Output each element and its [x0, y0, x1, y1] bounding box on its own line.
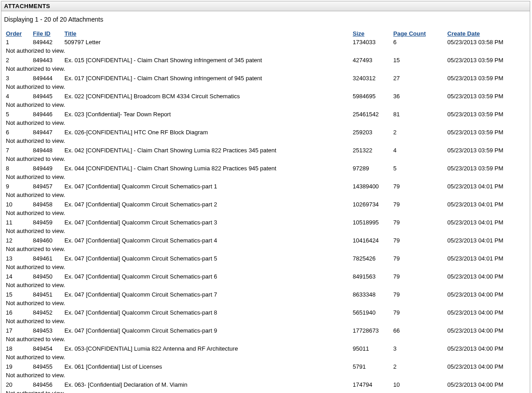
- not-authorized-row: Not authorized to view.: [4, 335, 527, 344]
- cell-date: 05/23/2013 03:59 PM: [446, 92, 527, 101]
- cell-pages: 15: [391, 56, 446, 64]
- cell-order: 3: [4, 74, 31, 82]
- sort-order-link[interactable]: Order: [6, 30, 22, 37]
- not-authorized-text: Not authorized to view.: [4, 64, 527, 74]
- cell-pages: 36: [391, 92, 446, 101]
- cell-size: 174794: [351, 380, 391, 389]
- table-row: 18849454Ex. 053-[CONFIDENTIAL] Lumia 822…: [4, 344, 527, 353]
- cell-date: 05/23/2013 04:00 PM: [446, 344, 527, 353]
- cell-title: 509797 Letter: [63, 38, 351, 46]
- cell-date: 05/23/2013 04:01 PM: [446, 200, 527, 209]
- cell-order: 15: [4, 290, 31, 299]
- not-authorized-row: Not authorized to view.: [4, 281, 527, 290]
- cell-fileid: 849442: [31, 38, 63, 46]
- cell-fileid: 849457: [31, 182, 63, 191]
- sort-createdate-link[interactable]: Create Date: [447, 30, 480, 37]
- cell-title: Ex. 047 [Confidential] Qualcomm Circuit …: [63, 236, 351, 245]
- cell-title: Ex. 015 [CONFIDENTIAL] - Claim Chart Sho…: [63, 56, 351, 64]
- not-authorized-text: Not authorized to view.: [4, 191, 527, 200]
- cell-size: 5984695: [351, 92, 391, 101]
- table-row: 13849461Ex. 047 [Confidential] Qualcomm …: [4, 254, 527, 263]
- sort-size-link[interactable]: Size: [353, 30, 364, 37]
- cell-size: 10416424: [351, 236, 391, 245]
- cell-order: 14: [4, 272, 31, 281]
- cell-size: 427493: [351, 56, 391, 64]
- cell-order: 10: [4, 200, 31, 209]
- sort-pagecount-link[interactable]: Page Count: [393, 30, 426, 37]
- cell-title: Ex. 063- [Confidential] Declaration of M…: [63, 380, 351, 389]
- cell-title: Ex. 047 [Confidential] Qualcomm Circuit …: [63, 326, 351, 335]
- cell-fileid: 849458: [31, 200, 63, 209]
- not-authorized-text: Not authorized to view.: [4, 353, 527, 362]
- cell-pages: 79: [391, 290, 446, 299]
- not-authorized-row: Not authorized to view.: [4, 155, 527, 164]
- cell-fileid: 849449: [31, 164, 63, 173]
- cell-order: 13: [4, 254, 31, 263]
- table-row: 7849448Ex. 042 [CONFIDENTIAL] - Claim Ch…: [4, 146, 527, 155]
- not-authorized-row: Not authorized to view.: [4, 317, 527, 326]
- cell-order: 4: [4, 92, 31, 101]
- cell-date: 05/23/2013 03:59 PM: [446, 164, 527, 173]
- cell-pages: 79: [391, 218, 446, 227]
- table-header-row: Order File ID Title Size Page Count Crea…: [4, 29, 527, 38]
- not-authorized-text: Not authorized to view.: [4, 46, 527, 56]
- cell-size: 259203: [351, 128, 391, 137]
- not-authorized-text: Not authorized to view.: [4, 209, 527, 218]
- cell-size: 10269734: [351, 200, 391, 209]
- cell-size: 95011: [351, 344, 391, 353]
- cell-fileid: 849445: [31, 92, 63, 101]
- cell-pages: 10: [391, 380, 446, 389]
- cell-pages: 79: [391, 236, 446, 245]
- cell-fileid: 849453: [31, 326, 63, 335]
- cell-fileid: 849460: [31, 236, 63, 245]
- table-row: 16849452Ex. 047 [Confidential] Qualcomm …: [4, 308, 527, 317]
- cell-pages: 3: [391, 344, 446, 353]
- not-authorized-text: Not authorized to view.: [4, 335, 527, 344]
- cell-title: Ex. 044 [CONFIDENTIAL] - Claim Chart Sho…: [63, 164, 351, 173]
- cell-date: 05/23/2013 04:00 PM: [446, 308, 527, 317]
- not-authorized-text: Not authorized to view.: [4, 137, 527, 146]
- cell-fileid: 849446: [31, 110, 63, 119]
- not-authorized-text: Not authorized to view.: [4, 245, 527, 254]
- cell-date: 05/23/2013 03:59 PM: [446, 110, 527, 119]
- not-authorized-text: Not authorized to view.: [4, 173, 527, 182]
- cell-title: Ex. 061 [Confidential] List of Licenses: [63, 362, 351, 371]
- not-authorized-row: Not authorized to view.: [4, 191, 527, 200]
- table-row: 3849444Ex. 017 [CONFIDENTIAL] - Claim Ch…: [4, 74, 527, 82]
- not-authorized-row: Not authorized to view.: [4, 137, 527, 146]
- cell-pages: 66: [391, 326, 446, 335]
- not-authorized-text: Not authorized to view.: [4, 389, 527, 393]
- cell-title: Ex. 022 [CONFIDENTIAL] Broadcom BCM 4334…: [63, 92, 351, 101]
- cell-size: 8633348: [351, 290, 391, 299]
- cell-size: 1734033: [351, 38, 391, 46]
- cell-title: Ex. 047 [Confidential] Qualcomm Circuit …: [63, 308, 351, 317]
- cell-order: 7: [4, 146, 31, 155]
- sort-fileid-link[interactable]: File ID: [33, 30, 50, 37]
- cell-pages: 81: [391, 110, 446, 119]
- cell-order: 5: [4, 110, 31, 119]
- not-authorized-row: Not authorized to view.: [4, 389, 527, 393]
- sort-title-link[interactable]: Title: [64, 30, 77, 37]
- cell-order: 16: [4, 308, 31, 317]
- cell-title: Ex. 026-[CONFIDENTIAL] HTC One RF Block …: [63, 128, 351, 137]
- cell-pages: 79: [391, 272, 446, 281]
- cell-fileid: 849455: [31, 362, 63, 371]
- cell-title: Ex. 047 [Confidential] Qualcomm Circuit …: [63, 200, 351, 209]
- cell-pages: 4: [391, 146, 446, 155]
- not-authorized-text: Not authorized to view.: [4, 299, 527, 308]
- cell-date: 05/23/2013 04:00 PM: [446, 362, 527, 371]
- cell-title: Ex. 047 [Confidential] Qualcomm Circuit …: [63, 218, 351, 227]
- cell-pages: 79: [391, 182, 446, 191]
- cell-fileid: 849452: [31, 308, 63, 317]
- cell-pages: 79: [391, 308, 446, 317]
- cell-order: 8: [4, 164, 31, 173]
- cell-date: 05/23/2013 04:01 PM: [446, 236, 527, 245]
- cell-fileid: 849450: [31, 272, 63, 281]
- cell-fileid: 849447: [31, 128, 63, 137]
- cell-size: 14389400: [351, 182, 391, 191]
- cell-fileid: 849459: [31, 218, 63, 227]
- cell-size: 3240312: [351, 74, 391, 82]
- panel-title: ATTACHMENTS: [1, 1, 530, 11]
- table-row: 8849449Ex. 044 [CONFIDENTIAL] - Claim Ch…: [4, 164, 527, 173]
- cell-order: 20: [4, 380, 31, 389]
